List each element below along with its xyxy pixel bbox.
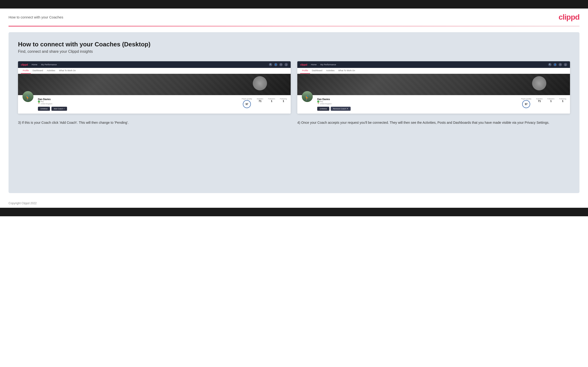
mini-stats-right: Player Quality 97 Activities 71 Follower… <box>521 97 566 108</box>
quality-circle-right: 97 <box>522 100 530 108</box>
settings-icon-right[interactable]: ⚙ <box>559 63 562 66</box>
page-heading: How to connect with your Coaches (Deskto… <box>18 41 570 48</box>
user-icon-left[interactable]: 👤 <box>274 63 277 66</box>
footer: Copyright Clippd 2022 <box>0 199 588 208</box>
tab-profile-left[interactable]: Profile <box>21 68 31 74</box>
profile-info-right: Dan Davies ✓ Pro 📍 United Kingdom Unfoll… <box>317 97 517 111</box>
tab-whattoworkon-right[interactable]: What To Work On <box>337 68 357 74</box>
profile-name-left: Dan Davies <box>38 98 238 100</box>
mini-nav-icons-left: 🔍 👤 ⚙ ● <box>269 63 288 66</box>
top-bar <box>0 0 588 8</box>
profile-info-left: Dan Davies ✓ Pro 📍 United Kingdom Unfoll… <box>38 97 238 111</box>
stat-following-right: Following 1 <box>559 98 566 108</box>
mini-navbar-right: clippd Home My Performance 🔍 👤 ⚙ ● <box>297 61 570 68</box>
stat-following-left: Following 1 <box>280 98 287 108</box>
header: How to connect with your Coaches clippd <box>0 8 588 26</box>
verified-icon-right: ✓ <box>317 100 319 103</box>
mini-nav-icons-right: 🔍 👤 ⚙ ● <box>548 63 567 66</box>
mini-navbar-left: clippd Home My Performance 🔍 👤 ⚙ ● <box>18 61 291 68</box>
mini-app-right: clippd Home My Performance 🔍 👤 ⚙ ● Profi… <box>297 61 570 114</box>
mini-nav-performance-left: My Performance <box>41 63 57 66</box>
avatar-right <box>301 90 313 103</box>
page-subheading: Find, connect and share your Clippd insi… <box>18 50 570 54</box>
mini-tabs-right: Profile Dashboard Activities What To Wor… <box>297 68 570 74</box>
mini-buttons-right: Unfollow Remove Coach ✕ <box>317 107 517 111</box>
tab-dashboard-right[interactable]: Dashboard <box>310 68 324 74</box>
quality-circle-left: 97 <box>243 100 251 108</box>
mini-banner-left <box>18 74 291 95</box>
tab-activities-left[interactable]: Activities <box>45 68 57 74</box>
avatar-left <box>22 90 34 103</box>
unfollow-button-left[interactable]: Unfollow <box>38 107 50 111</box>
mini-logo-left: clippd <box>21 63 28 66</box>
remove-coach-button-right[interactable]: Remove Coach ✕ <box>331 107 351 111</box>
screenshots-row: clippd Home My Performance 🔍 👤 ⚙ ● Profi… <box>18 61 570 114</box>
avatar-figure-left <box>23 91 33 102</box>
mini-nav-home-right: Home <box>311 63 317 66</box>
mini-nav-home-left: Home <box>32 63 37 66</box>
logo: clippd <box>559 13 579 22</box>
bottom-bar <box>0 208 588 216</box>
mini-profile-section-left: Dan Davies ✓ Pro 📍 United Kingdom Unfoll… <box>18 95 291 114</box>
tab-profile-right[interactable]: Profile <box>300 68 310 74</box>
screenshot-right: clippd Home My Performance 🔍 👤 ⚙ ● Profi… <box>297 61 570 114</box>
stat-activities-left: Activities 71 <box>257 98 263 108</box>
stat-quality-right: Player Quality 97 <box>521 98 531 108</box>
search-icon-right[interactable]: 🔍 <box>548 63 552 66</box>
unfollow-button-right[interactable]: Unfollow <box>317 107 329 111</box>
profile-location-right: 📍 United Kingdom <box>317 103 517 105</box>
profile-role-left: ✓ Pro <box>38 100 238 103</box>
mini-stats-left: Player Quality 97 Activities 71 Follower… <box>242 97 287 108</box>
avatar-icon-left[interactable]: ● <box>285 63 288 66</box>
avatar-wrap-left <box>22 90 34 103</box>
profile-location-left: 📍 United Kingdom <box>38 103 238 105</box>
caption-left: 3) If this is your Coach click 'Add Coac… <box>18 120 291 125</box>
tab-activities-right[interactable]: Activities <box>324 68 337 74</box>
stat-quality-left: Player Quality 97 <box>242 98 252 108</box>
profile-name-right: Dan Davies <box>317 98 517 100</box>
header-divider <box>9 26 579 26</box>
stat-followers-right: Followers 1 <box>547 98 554 108</box>
tab-dashboard-left[interactable]: Dashboard <box>31 68 45 74</box>
mini-tabs-left: Profile Dashboard Activities What To Wor… <box>18 68 291 74</box>
avatar-icon-right[interactable]: ● <box>564 63 567 66</box>
avatar-wrap-right <box>301 90 313 103</box>
avatar-figure-right <box>302 91 313 102</box>
mini-profile-section-right: Dan Davies ✓ Pro 📍 United Kingdom Unfoll… <box>297 95 570 114</box>
stat-followers-left: Followers 1 <box>268 98 275 108</box>
page-title: How to connect with your Coaches <box>9 15 63 19</box>
caption-right: 4) Once your Coach accepts your request … <box>297 120 570 125</box>
tab-whattoworkon-left[interactable]: What To Work On <box>57 68 78 74</box>
user-icon-right[interactable]: 👤 <box>553 63 557 66</box>
mini-nav-performance-right: My Performance <box>320 63 336 66</box>
mini-buttons-left: Unfollow Add Coach + <box>38 107 238 111</box>
stat-activities-right: Activities 71 <box>536 98 543 108</box>
copyright: Copyright Clippd 2022 <box>9 202 37 205</box>
settings-icon-left[interactable]: ⚙ <box>279 63 283 66</box>
screenshot-left: clippd Home My Performance 🔍 👤 ⚙ ● Profi… <box>18 61 291 114</box>
search-icon-left[interactable]: 🔍 <box>269 63 272 66</box>
main-content: How to connect with your Coaches (Deskto… <box>9 32 579 193</box>
profile-role-right: ✓ Pro <box>317 100 517 103</box>
mini-banner-right <box>297 74 570 95</box>
add-coach-button-left[interactable]: Add Coach + <box>52 107 67 111</box>
mini-logo-right: clippd <box>300 63 307 66</box>
verified-icon-left: ✓ <box>38 100 40 103</box>
caption-row: 3) If this is your Coach click 'Add Coac… <box>18 120 570 125</box>
mini-app-left: clippd Home My Performance 🔍 👤 ⚙ ● Profi… <box>18 61 291 114</box>
